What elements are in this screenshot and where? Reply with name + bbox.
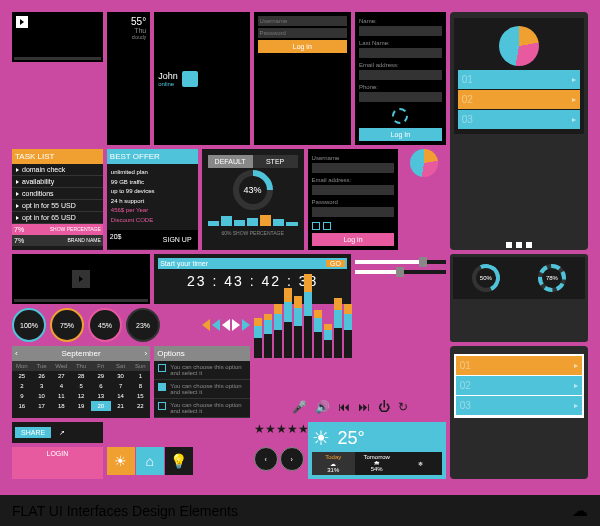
cloud-icon: ☁ <box>572 501 588 520</box>
list-item[interactable]: 01▸ <box>456 356 582 375</box>
list-item[interactable]: 01▸ <box>458 70 580 89</box>
mic-icon[interactable]: 🎤 <box>292 400 307 414</box>
tab-default[interactable]: DEFAULT <box>208 155 253 168</box>
phone-input[interactable] <box>359 92 442 102</box>
dial: 100% <box>12 308 46 342</box>
next-icon[interactable]: ⏭ <box>358 400 370 414</box>
footer: FLAT UI Interfaces Design Elements ☁ <box>0 495 600 526</box>
option-item[interactable]: You can choose this option and select it <box>154 399 249 418</box>
option-item[interactable]: You can choose this option and select it <box>154 380 249 399</box>
timer-digits: 23 : 43 : 42 : 38 <box>158 269 347 293</box>
phone-mockup-1: 01▸ 02▸ 03▸ <box>450 12 588 250</box>
pie-chart <box>499 26 539 66</box>
power-icon[interactable]: ⏻ <box>378 400 390 414</box>
username-input[interactable] <box>258 16 347 26</box>
login-button[interactable]: Log in <box>258 40 347 53</box>
dial: 23% <box>126 308 160 342</box>
nav-arrows <box>202 308 250 342</box>
prev-month[interactable]: ‹ <box>15 349 18 358</box>
back-circle-icon[interactable]: ‹ <box>254 447 278 471</box>
share-bar: SHARE↗ <box>12 422 103 443</box>
weather-card: ☀25° Today☁31% Tomorrow🌧54% ❄ <box>308 422 446 479</box>
video-player-2[interactable] <box>12 254 150 304</box>
home-tile[interactable]: ⌂ <box>136 447 164 475</box>
arrow-left-icon[interactable] <box>222 319 230 331</box>
pie-chart-small <box>410 149 438 177</box>
dial: 75% <box>50 308 84 342</box>
progress-card: DEFAULTSTEP 43% 60% SHOW PERCENTAGE <box>202 149 304 250</box>
gear-icon <box>392 108 408 124</box>
list-item[interactable]: 03▸ <box>458 110 580 129</box>
task-header: TASK LIST <box>12 149 103 164</box>
task-row[interactable]: opt in for 55 USD <box>12 200 103 212</box>
dial: 45% <box>88 308 122 342</box>
task-row[interactable]: opt in for 65 USD <box>12 212 103 224</box>
login-button-2[interactable]: Log In <box>359 128 442 141</box>
play-icon[interactable] <box>16 16 28 28</box>
signup-form: Name: Last Name: Email address: Phone: L… <box>355 12 446 145</box>
arrow-right-icon[interactable] <box>242 319 250 331</box>
offer-header: BEST OFFER <box>107 149 198 164</box>
signup-button[interactable]: SIGN UP <box>160 233 195 246</box>
login-form-2: Username Email address: Password Log in <box>308 149 399 250</box>
timer-widget: Start your timerGO 23 : 43 : 42 : 38 <box>154 254 351 304</box>
arrow-left-icon[interactable] <box>212 319 220 331</box>
speaker-icon[interactable]: 🔊 <box>315 400 330 414</box>
lname-input[interactable] <box>359 48 442 58</box>
fwd-circle-icon[interactable]: › <box>280 447 304 471</box>
tablet-mockup: 01▸ 02▸ 03▸ <box>450 346 588 479</box>
user-input-2[interactable] <box>312 163 395 173</box>
arrow-right-icon[interactable] <box>232 319 240 331</box>
options-panel: Options You can choose this option and s… <box>154 346 249 418</box>
name-input[interactable] <box>359 26 442 36</box>
dial-row: 100% 75% 45% 23% <box>12 308 198 342</box>
pass-input-2[interactable] <box>312 207 395 217</box>
progress-ring-78: 78% <box>538 264 566 292</box>
next-month[interactable]: › <box>145 349 148 358</box>
equalizer-chart <box>254 308 446 358</box>
option-item[interactable]: You can choose this option and select it <box>154 361 249 380</box>
monitor-mockup: 50% 78% <box>450 254 588 342</box>
progress-ring: 43% <box>233 170 273 210</box>
prev-icon[interactable]: ⏮ <box>338 400 350 414</box>
task-list: TASK LIST domain check availability cond… <box>12 149 103 250</box>
list-item[interactable]: 03▸ <box>456 396 582 415</box>
task-row[interactable]: availability <box>12 176 103 188</box>
task-row[interactable]: conditions <box>12 188 103 200</box>
icon-row: 🎤 🔊 ⏮ ⏭ ⏻ ↻ <box>254 400 446 414</box>
checkbox[interactable] <box>312 222 320 230</box>
sun-tile[interactable]: ☀ <box>107 447 135 475</box>
login-bar[interactable]: LOGIN <box>12 447 103 479</box>
tab-step[interactable]: STEP <box>253 155 298 168</box>
footer-title: FLAT UI Interfaces Design Elements <box>12 503 238 519</box>
email-input[interactable] <box>359 70 442 80</box>
offer-card: BEST OFFER unlimited plan99 GB trafficup… <box>107 149 198 250</box>
password-input[interactable] <box>258 28 347 38</box>
list-item[interactable]: 02▸ <box>458 90 580 109</box>
arrow-left-icon[interactable] <box>202 319 210 331</box>
slider-2[interactable] <box>355 270 446 274</box>
video-player-1[interactable] <box>12 12 103 62</box>
bulb-tile[interactable]: 💡 <box>165 447 193 475</box>
progress-ring-50: 50% <box>472 264 500 292</box>
avatar <box>182 71 198 87</box>
login-button-3[interactable]: Log in <box>312 233 395 246</box>
email-input-2[interactable] <box>312 185 395 195</box>
checkbox[interactable] <box>323 222 331 230</box>
refresh-icon[interactable]: ↻ <box>398 400 408 414</box>
list-item[interactable]: 02▸ <box>456 376 582 395</box>
tile-row: ☀ ⌂ 💡 <box>107 447 250 479</box>
task-row[interactable]: domain check <box>12 164 103 176</box>
play-icon[interactable] <box>72 270 90 288</box>
profile-card: Johnonline <box>154 12 249 145</box>
slider-1[interactable] <box>355 260 446 264</box>
share-icon[interactable]: ↗ <box>59 429 65 437</box>
calendar: ‹September› MonTueWedThuFriSatSun 252627… <box>12 346 150 418</box>
go-button[interactable]: GO <box>326 260 345 267</box>
weather-widget: 55°Thucloudy <box>107 12 150 145</box>
login-form-1: Log in <box>254 12 351 145</box>
